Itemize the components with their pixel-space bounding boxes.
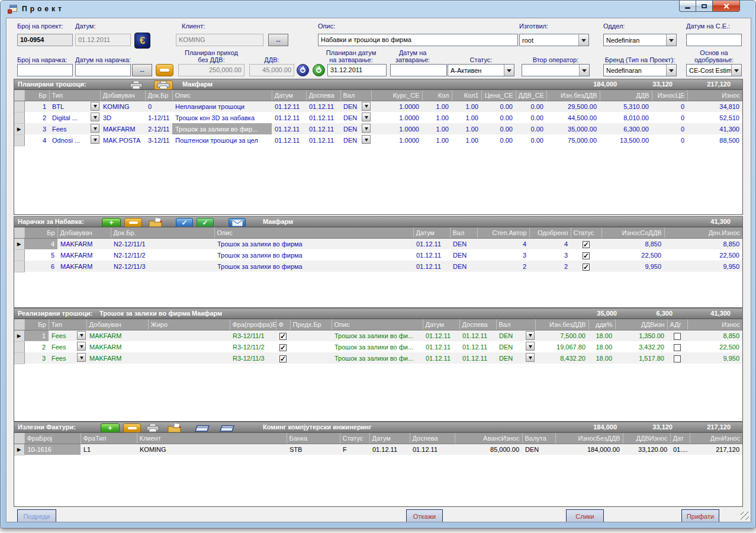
grid-cell[interactable]: MAKFARM: [86, 341, 148, 352]
grid-cell[interactable]: [276, 341, 290, 352]
grid-cell[interactable]: 1,517.80: [615, 352, 667, 364]
grid-cell[interactable]: 01.12.11: [459, 341, 496, 352]
grid-cell[interactable]: 29,500.00: [546, 101, 600, 112]
row-selector[interactable]: [14, 134, 24, 146]
grid-cell[interactable]: 18.00: [588, 352, 615, 364]
folder-icon[interactable]: [165, 423, 185, 433]
checkbox-checked[interactable]: [279, 333, 287, 340]
planned-income-field[interactable]: 250,000.00: [178, 64, 245, 76]
grid-cell[interactable]: 184,000.00: [555, 444, 623, 455]
grid-cell[interactable]: [148, 330, 230, 341]
column-header[interactable]: Клиент: [137, 433, 287, 444]
column-header[interactable]: Док.Бр.: [111, 227, 214, 238]
grid-cell[interactable]: 0: [652, 112, 687, 123]
minimize-button[interactable]: [679, 1, 696, 12]
column-header[interactable]: ИзносСоДДВ: [601, 227, 664, 238]
row-selector[interactable]: [14, 249, 24, 261]
grid-cell[interactable]: [290, 352, 332, 364]
chevron-down-icon[interactable]: [666, 65, 676, 76]
status-combo[interactable]: А-Активен: [448, 64, 514, 76]
order-no-field[interactable]: [17, 64, 73, 76]
column-header[interactable]: ДДВизн: [615, 319, 667, 330]
grid-cell[interactable]: 2: [529, 261, 571, 272]
grid-cell[interactable]: 1.00: [452, 123, 481, 134]
approval-combo[interactable]: CE-Cost Estimat: [686, 64, 742, 76]
planned-costs-grid[interactable]: БрТипДобавувачДок.БрОписДатумДоспеваВалК…: [14, 89, 743, 215]
grid-cell[interactable]: 0: [652, 134, 687, 146]
add-icon[interactable]: +: [102, 218, 121, 227]
dropdown-button[interactable]: [362, 113, 371, 121]
checkbox-checked[interactable]: [279, 355, 287, 362]
grid-cell[interactable]: [667, 341, 687, 352]
grid-cell[interactable]: MAKFARM: [86, 352, 148, 364]
accept-button[interactable]: Прифати: [681, 509, 719, 522]
column-header[interactable]: Банка: [287, 433, 340, 444]
grid-cell[interactable]: 217,120: [690, 444, 742, 455]
grid-cell[interactable]: Трошок за залихи во фирма: [214, 238, 413, 249]
grid-cell[interactable]: 2: [24, 112, 49, 123]
column-header[interactable]: Добавувач: [57, 227, 111, 238]
grid-cell[interactable]: 13,500.00: [600, 134, 652, 146]
dropdown-button[interactable]: [362, 135, 371, 144]
remove-icon[interactable]: [123, 423, 141, 433]
grid-cell[interactable]: 01.12.11: [306, 123, 340, 134]
dropdown-button[interactable]: [91, 102, 99, 111]
table-row[interactable]: 5MAKFARMN2-12/11/2Трошок за залихи во фи…: [14, 249, 742, 261]
dropdown-button[interactable]: [91, 113, 99, 121]
grid-cell[interactable]: 5: [24, 249, 57, 261]
date-field[interactable]: 01.12.2011: [75, 34, 131, 46]
grid-cell[interactable]: MAK.POSTA: [100, 134, 145, 146]
grid-cell[interactable]: 1.00: [452, 112, 481, 123]
checkbox-checked[interactable]: [279, 344, 287, 351]
grid-cell[interactable]: N2-12/11/1: [111, 238, 214, 249]
grid-cell[interactable]: 3,432.20: [615, 341, 667, 352]
column-header[interactable]: Фра(профра)Е: [230, 319, 276, 330]
grid-cell[interactable]: [571, 261, 601, 272]
chevron-down-icon[interactable]: [579, 65, 589, 76]
grid-cell[interactable]: MAKFARM: [57, 261, 111, 272]
grid-cell[interactable]: 1.0000: [371, 101, 422, 112]
dropdown-button[interactable]: [526, 342, 535, 351]
grid-cell[interactable]: Трошок за залихи во фи...: [332, 352, 423, 364]
column-header[interactable]: Доспева: [306, 90, 340, 101]
column-header[interactable]: ФраБрој: [24, 433, 81, 444]
grid-cell[interactable]: 22,500: [664, 249, 742, 261]
grid-cell[interactable]: Fees: [49, 123, 100, 134]
column-header[interactable]: Ден.Износ: [664, 227, 742, 238]
project-no-field[interactable]: 10-0954: [17, 34, 73, 46]
grid-cell[interactable]: DEN: [340, 101, 371, 112]
grid-cell[interactable]: MAKFARM: [86, 330, 148, 341]
grid-cell[interactable]: 0.00: [516, 123, 546, 134]
check-green-icon[interactable]: ✓: [197, 218, 214, 227]
column-header[interactable]: Добавувач: [86, 319, 148, 330]
print-gold-icon[interactable]: [154, 81, 173, 90]
checkbook-icon[interactable]: [217, 423, 237, 433]
grid-cell[interactable]: 01.12.11: [272, 134, 306, 146]
column-header[interactable]: ДенИзнос: [690, 433, 742, 444]
column-header[interactable]: Добавувач: [100, 90, 145, 101]
grid-cell[interactable]: Трошок за залихи во фирма: [214, 249, 413, 261]
column-header[interactable]: Опис: [172, 90, 272, 101]
column-header[interactable]: ФраТип: [81, 433, 137, 444]
grid-cell[interactable]: MAKFARM: [57, 249, 111, 261]
grid-cell[interactable]: 9,950: [687, 352, 742, 364]
row-selector[interactable]: ▶: [14, 123, 24, 134]
column-header[interactable]: Док.Бр: [145, 90, 172, 101]
grid-cell[interactable]: 3: [477, 249, 529, 261]
grid-cell[interactable]: 22,500: [601, 249, 664, 261]
grid-cell[interactable]: 1-12/11: [145, 112, 172, 123]
folder-icon[interactable]: [146, 218, 166, 227]
column-header[interactable]: Статус: [571, 227, 601, 238]
operator2-combo[interactable]: [522, 64, 590, 76]
table-row[interactable]: 1BTLKOMING0Непланирани трошоци01.12.1101…: [14, 101, 742, 112]
column-header[interactable]: Доспева: [459, 319, 496, 330]
table-row[interactable]: ▶3FeesMAKFARM2-12/11Трошок за залихи во …: [14, 123, 742, 134]
grid-cell[interactable]: 34,810: [687, 101, 742, 112]
resize-grip[interactable]: [741, 512, 749, 520]
grid-cell[interactable]: 9,950: [664, 261, 742, 272]
dropdown-button[interactable]: [77, 331, 86, 340]
grid-cell[interactable]: 1.0000: [371, 112, 422, 123]
table-row[interactable]: 4Odnosi ...MAK.POSTA3-12/11Поштенски тро…: [14, 134, 742, 146]
grid-cell[interactable]: DEN: [450, 249, 477, 261]
column-header[interactable]: Статус: [340, 433, 369, 444]
